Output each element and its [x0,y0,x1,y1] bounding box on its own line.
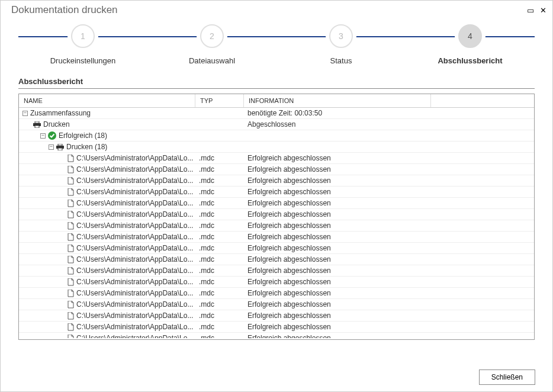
file-row[interactable]: C:\Users\Administrator\AppData\Lo....mdc… [19,277,534,288]
file-row[interactable]: C:\Users\Administrator\AppData\Lo....mdc… [19,299,534,310]
file-icon [67,335,74,339]
file-path: C:\Users\Administrator\AppData\Lo... [76,311,193,320]
file-row[interactable]: C:\Users\Administrator\AppData\Lo....mdc… [19,198,534,209]
file-row[interactable]: C:\Users\Administrator\AppData\Lo....mdc… [19,153,534,164]
file-icon [67,200,74,207]
file-row[interactable]: C:\Users\Administrator\AppData\Lo....mdc… [19,310,534,322]
file-row[interactable]: C:\Users\Administrator\AppData\Lo....mdc… [19,175,534,187]
collapse-icon[interactable]: − [49,144,54,150]
collapse-icon[interactable]: − [40,133,46,139]
file-row[interactable]: C:\Users\Administrator\AppData\Lo....mdc… [19,322,534,333]
file-typ: .mdc [195,311,244,320]
maximize-icon[interactable]: ▭ [527,7,534,14]
summary-info: benötigte Zeit: 00:03:50 [244,109,534,117]
file-path: C:\Users\Administrator\AppData\Lo... [76,244,193,252]
file-info: Erfolgreich abgeschlossen [244,255,534,264]
file-icon [67,177,74,185]
file-typ: .mdc [195,176,244,185]
file-typ: .mdc [195,233,244,241]
file-path: C:\Users\Administrator\AppData\Lo... [76,323,193,331]
col-header-name[interactable]: NAME [19,94,195,107]
file-icon [67,312,74,320]
file-icon [67,301,74,309]
wizard-stepper: 1 Druckeinstellungen 2 Dateiauswahl 3 St… [18,24,535,65]
svg-rect-0 [35,121,39,123]
file-typ: .mdc [195,210,244,219]
file-row[interactable]: C:\Users\Administrator\AppData\Lo....mdc… [19,187,534,198]
file-row[interactable]: C:\Users\Administrator\AppData\Lo....mdc… [19,333,534,338]
success-group-row[interactable]: − Erfolgreich (18) [19,130,534,142]
file-path: C:\Users\Administrator\AppData\Lo... [76,255,193,264]
step-1-label: Druckeinstellungen [50,56,116,65]
file-info: Erfolgreich abgeschlossen [244,188,534,196]
file-info: Erfolgreich abgeschlossen [244,221,534,230]
svg-rect-2 [35,126,39,128]
file-icon [67,245,74,252]
step-3-label: Status [330,56,352,65]
file-info: Erfolgreich abgeschlossen [244,323,534,331]
file-info: Erfolgreich abgeschlossen [244,244,534,252]
file-icon [67,323,74,331]
print-status-row[interactable]: Drucken Abgeschlossen [19,119,534,130]
close-button[interactable]: Schließen [479,369,535,385]
summary-label: Zusammenfassung [30,109,91,117]
step-4-circle: 4 [458,24,482,48]
file-typ: .mdc [195,255,244,264]
file-info: Erfolgreich abgeschlossen [244,289,534,297]
file-row[interactable]: C:\Users\Administrator\AppData\Lo....mdc… [19,209,534,220]
file-typ: .mdc [195,323,244,331]
file-path: C:\Users\Administrator\AppData\Lo... [76,188,193,196]
step-2-circle: 2 [200,24,224,48]
step-4-label: Abschlussbericht [438,56,502,65]
file-path: C:\Users\Administrator\AppData\Lo... [76,300,193,309]
file-typ: .mdc [195,154,244,162]
collapse-icon[interactable]: − [22,111,28,116]
file-typ: .mdc [195,289,244,297]
file-row[interactable]: C:\Users\Administrator\AppData\Lo....mdc… [19,243,534,254]
success-check-icon [48,131,56,140]
file-row[interactable]: C:\Users\Administrator\AppData\Lo....mdc… [19,288,534,299]
table-body[interactable]: − Zusammenfassung benötigte Zeit: 00:03:… [19,108,534,338]
file-row[interactable]: C:\Users\Administrator\AppData\Lo....mdc… [19,232,534,243]
file-info: Erfolgreich abgeschlossen [244,278,534,286]
file-typ: .mdc [195,334,244,338]
file-row[interactable]: C:\Users\Administrator\AppData\Lo....mdc… [19,254,534,265]
file-path: C:\Users\Administrator\AppData\Lo... [76,199,193,207]
col-header-typ[interactable]: TYP [195,94,244,107]
section-title: Abschlussbericht [18,77,535,86]
file-typ: .mdc [195,244,244,252]
file-icon [67,211,74,219]
print-group-row[interactable]: − Drucken (18) [19,142,534,153]
file-info: Erfolgreich abgeschlossen [244,199,534,207]
file-path: C:\Users\Administrator\AppData\Lo... [76,233,193,241]
file-typ: .mdc [195,278,244,286]
file-row[interactable]: C:\Users\Administrator\AppData\Lo....mdc… [19,164,534,175]
file-path: C:\Users\Administrator\AppData\Lo... [76,165,193,173]
file-icon [67,256,74,264]
col-header-extra[interactable] [431,94,534,107]
close-icon[interactable]: ✕ [540,7,546,14]
step-2-label: Dateiauswahl [189,56,235,65]
col-header-info[interactable]: INFORMATION [244,94,431,107]
file-icon [67,222,74,230]
file-typ: .mdc [195,300,244,309]
file-icon [67,155,74,162]
file-icon [67,278,74,286]
file-info: Erfolgreich abgeschlossen [244,300,534,309]
file-icon [67,290,74,297]
file-info: Erfolgreich abgeschlossen [244,210,534,219]
file-typ: .mdc [195,221,244,230]
report-table: NAME TYP INFORMATION − Zusammenfassung b… [18,94,535,340]
file-row[interactable]: C:\Users\Administrator\AppData\Lo....mdc… [19,220,534,232]
file-icon [67,188,74,196]
svg-rect-4 [58,144,62,146]
summary-row[interactable]: − Zusammenfassung benötigte Zeit: 00:03:… [19,108,534,119]
file-path: C:\Users\Administrator\AppData\Lo... [76,221,193,230]
file-typ: .mdc [195,188,244,196]
file-path: C:\Users\Administrator\AppData\Lo... [76,210,193,219]
file-info: Erfolgreich abgeschlossen [244,233,534,241]
file-row[interactable]: C:\Users\Administrator\AppData\Lo....mdc… [19,265,534,277]
print-label: Drucken [43,120,70,128]
file-path: C:\Users\Administrator\AppData\Lo... [76,266,193,275]
file-icon [67,267,74,275]
